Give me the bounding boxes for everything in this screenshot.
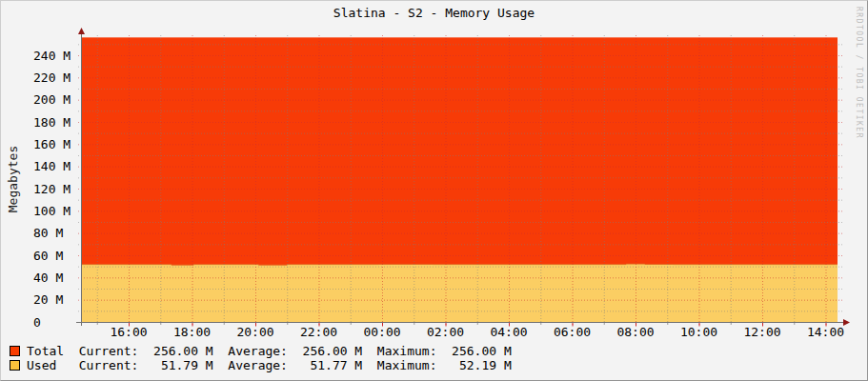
y-tick-label: 100 M [33,204,71,218]
legend-swatch-used [10,360,20,371]
legend-row-total: Total Current: 256.00 M Average: 256.00 … [10,344,512,358]
x-tick-label: 10:00 [680,325,717,339]
y-tick-label: 180 M [33,115,71,130]
chart-areas [82,37,838,322]
legend-stats-text: Total Current: 256.00 M Average: 256.00 … [27,344,512,358]
x-tick-label: 16:00 [110,325,147,339]
legend-swatch-total [10,346,20,356]
y-tick-label: 0 [33,315,41,330]
x-tick-label: 00:00 [363,325,400,339]
y-tick-label: 120 M [33,182,71,196]
y-tick-label: 240 M [33,49,71,63]
x-tick-label: 22:00 [300,325,337,339]
x-tick-label: 12:00 [743,325,780,339]
graph-legend: Total Current: 256.00 M Average: 256.00 … [10,344,512,372]
x-tick-label: 04:00 [490,325,527,339]
x-tick-label: 18:00 [173,325,211,339]
legend-stats-text: Used Current: 51.79 M Average: 51.77 M M… [27,358,512,372]
y-tick-label: 200 M [33,92,71,107]
x-tick-label: 14:00 [807,325,844,339]
x-tick-label: 08:00 [616,325,654,339]
legend-row-used: Used Current: 51.79 M Average: 51.77 M M… [10,358,512,372]
x-tick-label: 06:00 [554,325,591,339]
rrdtool-graph-window: Slatina - S2 - Memory Usage Megabytes RR… [0,0,868,381]
memory-usage-chart-canvas: 0 20 M 40 M 60 M 80 M100 M120 M140 M160 … [1,1,868,381]
y-tick-label: 160 M [33,137,71,151]
y-tick-label: 20 M [33,292,63,307]
y-tick-label: 220 M [33,70,71,85]
y-tick-label: 60 M [33,249,63,263]
y-tick-label: 40 M [33,271,63,285]
y-tick-label: 80 M [33,226,63,240]
y-tick-label: 140 M [33,159,71,173]
x-tick-label: 20:00 [236,325,273,339]
x-tick-label: 02:00 [427,325,464,339]
